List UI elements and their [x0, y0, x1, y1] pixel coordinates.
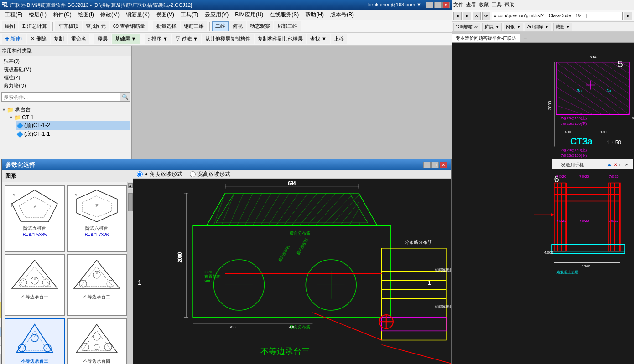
item-icon-ct1-1: 🔷 [16, 131, 23, 138]
drawing-toolbar: ● 角度放坡形式 宽高放坡形式 [133, 170, 451, 179]
browser-toolbar: 139邮箱 ≫ 扩展 ▼ 网银 ▼ Ad 翻译 ▼ 截图 ▼ [452, 22, 634, 32]
radio-angle-slope[interactable]: ● 角度放坡形式 [137, 170, 182, 178]
type-item-jlq[interactable]: 剪力墙(Q) [4, 82, 128, 90]
type-item-fb[interactable]: 筏板基础(M) [4, 66, 128, 73]
new-tab-btn[interactable]: + [520, 33, 530, 42]
menu-louceng[interactable]: 楼层(L) [26, 10, 49, 20]
dialog-maximize-btn[interactable]: □ [431, 162, 439, 168]
svg-line-84 [556, 62, 629, 115]
addr-bar-input[interactable] [492, 12, 623, 20]
tree-item-ct1-1[interactable]: 🔷 (底)CT-1-1 [16, 130, 130, 138]
minimize-button[interactable]: ─ [426, 2, 433, 8]
shape-card-3[interactable]: ℤ 不等边承台一 [5, 254, 65, 316]
dim-600-1: 600 [565, 130, 571, 134]
ebank-btn[interactable]: 网银 ▼ [504, 23, 523, 31]
menu-shitu[interactable]: 视图(V) [153, 10, 177, 20]
menu-help[interactable]: 帮助(H) [302, 10, 327, 20]
menu-version[interactable]: 版本号(B) [327, 10, 357, 20]
radio-angle-input[interactable] [137, 171, 143, 177]
go-btn[interactable]: ► [624, 12, 632, 20]
back-btn[interactable]: ◄ [453, 12, 462, 20]
dim-1200: 1200 [582, 264, 590, 268]
sort-btn[interactable]: ↕ 排序 ▼ [145, 34, 171, 44]
2d-view-btn[interactable]: 二维 [212, 21, 229, 31]
screenshot-btn[interactable]: 截图 ▼ [553, 23, 573, 31]
search-bar: 🔍 [0, 91, 131, 103]
calc-btn[interactable]: Σ 汇总计算 [19, 21, 50, 31]
view-rebar-btn[interactable]: 69 查看钢筋量 [110, 21, 148, 31]
radio-width-slope[interactable]: 宽高放坡形式 [190, 170, 230, 178]
browser-menu-view[interactable]: 查看 [466, 1, 476, 8]
floor-btn[interactable]: 楼层 [94, 34, 111, 44]
browser-tab-1[interactable]: 专业造价问题答疑平台-广联达 [452, 34, 520, 42]
filter-btn[interactable]: ▽ 过滤 ▼ [172, 34, 201, 44]
menu-yunyingyong[interactable]: 云应用(Y) [202, 10, 231, 20]
radio-angle-label: ● 角度放坡形式 [145, 170, 182, 178]
dialog-close-btn[interactable]: ✕ [440, 162, 447, 168]
menu-xiugai[interactable]: 修改(M) [98, 10, 122, 20]
search-button[interactable]: 🔍 [120, 92, 130, 102]
forward-btn[interactable]: ► [463, 12, 471, 20]
svg-marker-117 [551, 213, 554, 217]
browser-menu-file[interactable]: 文件 [453, 1, 463, 8]
menu-huitu[interactable]: 绘图(I) [75, 10, 97, 20]
shape-card-1[interactable]: ℤ A 阶式五桩台 B=A/1.5385 [5, 185, 65, 252]
scroll-thumb[interactable] [128, 193, 133, 211]
cloud-icon: ☁ [607, 162, 612, 167]
tree-item-ct1-2[interactable]: 🔷 (顶)CT-1-2 [16, 121, 130, 130]
scroll-up-btn[interactable]: ▲ [128, 183, 133, 188]
shape-card-4[interactable]: ℤ 不等边承台二 [67, 254, 127, 316]
pile-conn-label2: 桩间连接筋 [434, 305, 451, 309]
dynamic-view-btn[interactable]: 动态观察 [247, 21, 273, 31]
new-btn[interactable]: ✚ 新建+ [2, 34, 26, 44]
menu-online[interactable]: 在线服务(S) [267, 10, 301, 20]
find-btn[interactable]: 查找图元 [83, 21, 109, 31]
move-up-btn[interactable]: 上移 [331, 34, 347, 44]
shape-img-3: ℤ [7, 256, 62, 293]
delete-btn[interactable]: ✕ 删除 [27, 34, 49, 44]
shape-card-5[interactable]: ℤ 不等边承台三 [5, 318, 65, 364]
find2-btn[interactable]: 查找 ▼ [307, 34, 330, 44]
menu-goujian[interactable]: 构件(C) [50, 10, 74, 20]
shape-card-2[interactable]: ℤ A 阶式六桩台 B=A/1.7326 [67, 185, 127, 252]
draw-btn[interactable]: 绘图 [2, 21, 18, 31]
batch-select-btn[interactable]: 批量选择 [153, 21, 180, 31]
base-floor-btn[interactable]: 基础层 ▼ [112, 34, 140, 44]
menu-bim[interactable]: BIM应用(U) [232, 10, 266, 20]
type-item-dj[interactable]: 独基(J) [4, 57, 128, 65]
close-send-icon: ✕ [613, 162, 617, 167]
copy-to-floor-btn[interactable]: 复制构件到其他楼层 [255, 34, 306, 44]
expand-btn[interactable]: 扩展 ▼ [482, 23, 502, 31]
type-item-kz[interactable]: 框柱(Z) [4, 74, 128, 82]
refresh-btn[interactable]: ⟳ [482, 12, 490, 20]
rebar-3d-btn[interactable]: 钢筋三维 [181, 21, 207, 31]
stop-btn[interactable]: ✕ [473, 12, 481, 20]
copy-btn[interactable]: 复制 [51, 34, 67, 44]
svg-text:ℤ: ℤ [96, 271, 98, 274]
translate-btn[interactable]: Ad 翻译 ▼ [525, 23, 551, 31]
dialog-minimize-btn[interactable]: ─ [423, 162, 431, 168]
radio-width-input[interactable] [190, 171, 196, 177]
browser-menu-help[interactable]: 帮助 [504, 1, 514, 8]
svg-text:600: 600 [229, 325, 235, 329]
shapes-scrollbar[interactable]: ▲ ▼ [127, 182, 133, 364]
svg-text:900: 900 [288, 325, 295, 329]
copy-from-floor-btn[interactable]: 从其他楼层复制构件 [202, 34, 254, 44]
tree-item-cap[interactable]: ▼ 📁 承台台 [2, 105, 130, 114]
menu-gongju[interactable]: 工具(T) [178, 10, 201, 20]
top-view-btn[interactable]: 俯视 [229, 21, 246, 31]
search-input[interactable] [1, 92, 120, 102]
menu-gangjianliang[interactable]: 钢筋量(K) [123, 10, 152, 20]
tree-arrow-cap: ▼ [2, 108, 6, 112]
rename-btn[interactable]: 重命名 [68, 34, 89, 44]
email-139-btn[interactable]: 139邮箱 ≫ [453, 23, 480, 31]
tree-item-ct1[interactable]: ▼ 📁 CT-1 [9, 114, 130, 121]
browser-menu-favs[interactable]: 收藏 [479, 1, 489, 8]
maximize-button[interactable]: □ [434, 2, 442, 8]
shape-card-6[interactable]: 不等边承台四 [67, 318, 127, 364]
browser-menu-tools[interactable]: 工具 [492, 1, 502, 8]
menu-gongcheng[interactable]: 工程(F) [2, 10, 25, 20]
align-top-btn[interactable]: 平齐板顶 [55, 21, 82, 31]
close-button[interactable]: ✕ [442, 2, 450, 8]
partial-3d-btn[interactable]: 局部三维 [274, 21, 301, 31]
